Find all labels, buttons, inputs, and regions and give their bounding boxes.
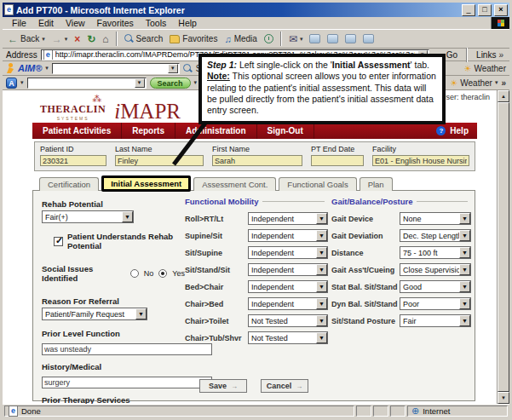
links-button[interactable]: Links — [474, 49, 506, 60]
gait-device-select[interactable]: None — [400, 212, 471, 225]
messenger-button[interactable] — [360, 33, 377, 44]
dropdown-arrow-icon[interactable] — [459, 298, 470, 309]
dropdown-arrow-icon[interactable] — [459, 281, 470, 292]
nav-administration[interactable]: Administration — [175, 123, 257, 139]
scroll-up-icon[interactable] — [498, 90, 509, 102]
rehab-potential-select[interactable]: Fair(+) — [42, 210, 134, 223]
toolbar-overflow-icon[interactable] — [501, 78, 506, 88]
extra-search-button[interactable]: Search — [150, 78, 191, 89]
extra-search-more-icon[interactable] — [194, 79, 198, 86]
media-button[interactable]: Media — [221, 33, 260, 45]
dropdown-arrow-icon[interactable] — [316, 247, 327, 258]
dropdown-arrow-icon[interactable] — [459, 264, 470, 275]
search-button[interactable]: Search — [122, 33, 166, 44]
aim-search-input[interactable] — [52, 63, 180, 74]
social-no-radio[interactable] — [130, 269, 139, 278]
aim-dropdown-icon[interactable] — [45, 65, 49, 72]
dropdown-arrow-icon[interactable] — [135, 308, 147, 319]
dropdown-arrow-icon[interactable] — [122, 211, 133, 222]
menu-file[interactable]: File — [6, 18, 32, 28]
last-name-input[interactable] — [115, 155, 204, 166]
weather-dropdown-icon[interactable] — [495, 79, 498, 86]
aim-weather-button[interactable]: Weather — [463, 64, 506, 73]
chair-toilet-select[interactable]: Not Tested — [248, 314, 328, 327]
tab-initial-assessment[interactable]: Initial Assessment — [101, 175, 191, 192]
scroll-down-icon[interactable] — [498, 392, 509, 404]
save-button[interactable]: Save — [199, 379, 247, 393]
chair-bed-select[interactable]: Independent — [248, 297, 328, 310]
menu-edit[interactable]: Edit — [32, 18, 60, 28]
dyn-bal-select[interactable]: Poor — [400, 297, 471, 310]
dropdown-arrow-icon[interactable] — [316, 230, 327, 241]
nav-patient-activities[interactable]: Patient Activities — [32, 123, 122, 139]
sit-stand-posture-select[interactable]: Fair — [400, 314, 471, 327]
forward-button[interactable] — [49, 33, 71, 45]
first-name-input[interactable] — [212, 155, 302, 166]
pt-end-date-input[interactable] — [311, 155, 364, 166]
mail-dropdown-icon[interactable] — [300, 36, 303, 43]
back-button[interactable]: Back — [5, 33, 48, 45]
patient-id-input[interactable] — [40, 155, 106, 166]
dropdown-arrow-icon[interactable] — [316, 264, 327, 275]
vertical-scrollbar[interactable] — [497, 90, 509, 404]
gait-row: Gait Device None — [331, 212, 475, 225]
nav-reports[interactable]: Reports — [122, 123, 175, 139]
maximize-button[interactable] — [478, 4, 492, 16]
stat-bal-select[interactable]: Good — [400, 280, 471, 293]
menu-view[interactable]: View — [60, 18, 91, 28]
menu-favorites[interactable]: Favorites — [91, 18, 140, 28]
tab-plan[interactable]: Plan — [360, 177, 393, 191]
gait-deviation-select[interactable]: Dec. Step Length — [400, 229, 471, 242]
favorites-button[interactable]: Favorites — [167, 33, 220, 44]
aim-search-dropdown-icon[interactable] — [168, 64, 178, 73]
edit-button[interactable] — [325, 33, 341, 44]
dropdown-arrow-icon[interactable] — [459, 315, 470, 326]
mail-button[interactable] — [286, 33, 306, 45]
roll-rt-lt-select[interactable]: Independent — [248, 212, 328, 225]
dropdown-arrow-icon[interactable] — [316, 281, 327, 292]
dropdown-arrow-icon[interactable] — [316, 315, 327, 326]
extra-search-dropdown-icon[interactable] — [135, 78, 145, 88]
menu-help[interactable]: Help — [172, 18, 203, 28]
aim-brand-label[interactable]: AIM® — [18, 63, 42, 73]
chair-tub-shvr-select[interactable]: Not Tested — [248, 331, 328, 344]
dropdown-arrow-icon[interactable] — [316, 298, 327, 309]
supine-sit-select[interactable]: Independent — [248, 229, 328, 242]
tab-functional-goals[interactable]: Functional Goals — [279, 177, 356, 191]
extra-search-input[interactable] — [27, 78, 147, 89]
refresh-button[interactable] — [84, 33, 98, 45]
dropdown-arrow-icon[interactable] — [459, 230, 470, 241]
understands-rehab-checkbox[interactable] — [54, 237, 63, 246]
sit-stand-sit-select[interactable]: Independent — [248, 263, 328, 276]
social-yes-radio[interactable] — [158, 269, 167, 278]
toolbar-brand-icon[interactable] — [6, 78, 17, 89]
weather-button[interactable]: Weather — [450, 78, 498, 88]
history-button[interactable] — [262, 33, 276, 44]
bed-chair-select[interactable]: Independent — [248, 280, 328, 293]
facility-input[interactable] — [372, 155, 469, 166]
discuss-button[interactable] — [342, 33, 359, 44]
nav-sign-out[interactable]: Sign-Out — [257, 123, 314, 139]
close-button[interactable] — [494, 4, 508, 16]
sit-supine-select[interactable]: Independent — [248, 246, 328, 259]
tab-certification[interactable]: Certification — [39, 177, 99, 191]
dropdown-arrow-icon[interactable] — [316, 213, 327, 224]
dropdown-arrow-icon[interactable] — [459, 213, 470, 224]
nav-help[interactable]: Help — [436, 126, 477, 135]
brand-dropdown-icon[interactable] — [20, 79, 24, 86]
scrollbar-thumb[interactable] — [498, 102, 509, 392]
home-button[interactable] — [100, 33, 111, 45]
forward-dropdown-icon[interactable] — [65, 36, 68, 43]
stop-button[interactable] — [72, 33, 83, 45]
minimize-button[interactable] — [462, 4, 475, 16]
dropdown-arrow-icon[interactable] — [459, 247, 470, 258]
print-button[interactable] — [307, 33, 323, 44]
dropdown-arrow-icon[interactable] — [316, 332, 327, 343]
reason-referral-select[interactable]: Patient/Family Request — [42, 308, 147, 320]
back-dropdown-icon[interactable] — [42, 36, 45, 43]
gait-asst-cueing-select[interactable]: Close Supervision — [400, 263, 471, 276]
distance-select[interactable]: 75 - 100 ft — [400, 246, 471, 259]
menu-tools[interactable]: Tools — [140, 18, 173, 28]
tab-assessment-cont[interactable]: Assessment Cont. — [193, 177, 276, 191]
cancel-button[interactable]: Cancel — [261, 379, 308, 393]
